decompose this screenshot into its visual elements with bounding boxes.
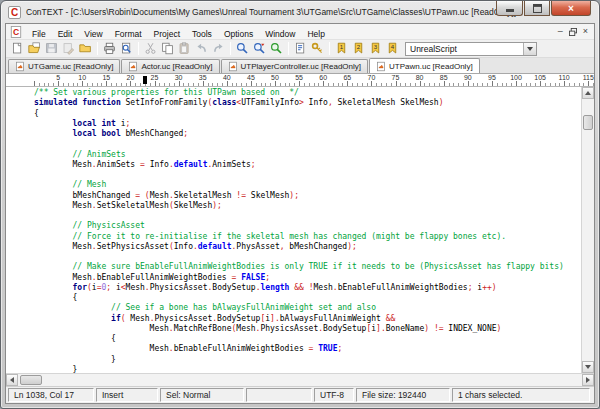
save-as-button[interactable] [60,41,77,57]
menu-help[interactable]: Help [301,27,330,41]
open-file-button[interactable] [26,41,43,57]
status-cursor-position: Ln 1038, Col 17 [8,388,94,402]
find-next-button[interactable] [251,41,268,57]
ruler-label: 5 [56,74,60,82]
bookmark-3-button[interactable]: 3 [367,41,384,57]
status-insert-mode: Insert [96,388,158,402]
ruler-label: 105 [534,74,546,82]
horizontal-scrollbar[interactable] [6,373,594,386]
maximize-button[interactable] [524,1,550,16]
code-line [34,139,581,149]
find-next-icon [253,42,266,55]
copy-icon [161,42,174,55]
open-file-icon [28,42,41,55]
bookmark-1-icon: 1 [335,42,348,55]
save-file-button[interactable] [43,41,60,57]
file-tab-icon [128,61,138,72]
document-icon: C [10,26,22,38]
minimize-button[interactable] [496,1,523,16]
tab-utgame.uc[interactable]: UTGame.uc [ReadOnly] [8,59,120,73]
code-line [34,170,581,180]
ruler-label: 100 [510,74,522,82]
menu-window[interactable]: Window [259,27,301,41]
menu-tools[interactable]: Tools [186,27,218,41]
ruler-label: 65 [343,74,351,82]
arrow-right-icon [586,377,590,383]
file-info-button[interactable] [292,41,309,57]
scroll-left-button[interactable] [6,374,18,386]
ruler-label: 70 [367,74,375,82]
tab-actor.uc[interactable]: Actor.uc [ReadOnly] [121,59,219,73]
menu-format[interactable]: Format [109,27,148,41]
new-file-button[interactable] [9,41,26,57]
undo-button[interactable] [193,41,210,57]
print-preview-button[interactable] [118,41,135,57]
window-controls: × [495,1,591,16]
paste-button[interactable] [176,41,193,57]
app-icon: C [8,6,21,19]
chevron-down-icon [527,47,533,51]
code-line: for(i=0; i<Mesh.PhysicsAsset.BodySetup.l… [34,283,581,293]
titlebar[interactable]: C ConTEXT - [C:\Users\Robin\Documents\My… [1,1,599,23]
open-folder-button[interactable] [77,41,94,57]
editor-area[interactable]: /** Set various properties for this UTPa… [6,87,594,373]
tab-utpawn.uc[interactable]: UTPawn.uc [ReadOnly] [369,58,480,73]
menu-view[interactable]: View [78,27,108,41]
bookmark-2-button[interactable]: 2 [350,41,367,57]
ruler-label: 85 [440,74,448,82]
code-line: { [34,109,581,119]
ruler-caret-marker [143,76,147,84]
context-window: C ConTEXT - [C:\Users\Robin\Documents\My… [0,0,600,409]
ruler-label: 115 [583,74,594,82]
ruler-label: 60 [319,74,327,82]
syntax-selector-value: UnrealScript [406,44,523,54]
cut-icon [144,42,157,55]
copy-button[interactable] [159,41,176,57]
code-line: Mesh.SetPhysicsAsset(Info.default.PhysAs… [34,242,581,252]
scroll-right-button[interactable] [582,374,594,386]
statusbar: Ln 1038, Col 17 Insert Sel: Normal UTF-8… [6,386,594,403]
status-file-size: File size: 192440 [356,388,450,402]
menu-project[interactable]: Project [148,27,186,41]
mdi-restore-button[interactable] [569,28,577,36]
find-button[interactable] [234,41,251,57]
ruler-label: 40 [223,74,231,82]
vertical-scrollbar[interactable] [581,87,594,373]
horizontal-scroll-thumb[interactable] [20,375,42,385]
bookmark-2-icon: 2 [352,42,365,55]
toolbar: 1234UnrealScript [6,40,594,58]
toolbar-separator [329,42,330,55]
mdi-window-controls: – × [558,27,590,36]
minimize-icon [506,9,514,12]
mdi-minimize-button[interactable]: – [558,27,563,36]
menu-options[interactable]: Options [218,27,259,41]
code-view[interactable]: /** Set various properties for this UTPa… [6,87,581,373]
bookmark-4-button[interactable]: 4 [384,41,401,57]
vertical-scroll-thumb[interactable] [583,115,593,130]
mdi-close-button[interactable]: × [583,27,588,36]
status-selection-mode: Sel: Normal [160,388,244,402]
tab-utplayercontroller.uc[interactable]: UTPlayerController.uc [ReadOnly] [221,59,369,73]
menu-file[interactable]: File [26,27,52,41]
ruler-label: 95 [488,74,496,82]
ruler-label: 10 [78,74,86,82]
ruler-label: 35 [199,74,207,82]
close-button[interactable]: × [551,1,591,16]
key-button[interactable] [309,41,326,57]
code-line: bMeshChanged = (Mesh.SkeletalMesh != Ske… [34,191,581,201]
replace-button[interactable] [268,41,285,57]
scroll-down-button[interactable] [582,361,594,373]
code-line: Mesh.AnimSets = Info.default.AnimSets; [34,160,581,170]
file-tab-icon [15,61,25,72]
redo-button[interactable] [210,41,227,57]
scroll-up-button[interactable] [582,87,594,99]
print-button[interactable] [101,41,118,57]
ruler-label: 25 [151,74,159,82]
bookmark-1-button[interactable]: 1 [333,41,350,57]
cut-button[interactable] [142,41,159,57]
toolbar-separator [230,42,231,55]
menu-edit[interactable]: Edit [52,27,79,41]
syntax-selector-dropdown-button[interactable] [523,43,536,55]
ruler-label: 30 [175,74,183,82]
syntax-selector[interactable]: UnrealScript [405,42,537,56]
